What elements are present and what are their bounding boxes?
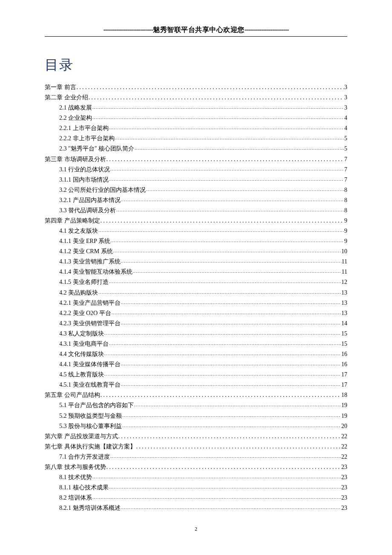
toc-entry-page: 18 — [341, 390, 347, 400]
toc-entry: 4.3 私人定制版块..............................… — [59, 329, 347, 339]
toc-entry: 4.3.1 美业电商平台............................… — [59, 339, 347, 349]
toc-entry-leader: ........................................… — [92, 113, 344, 121]
toc-entry-leader: ........................................… — [107, 462, 341, 472]
toc-entry-label: 4.1 发之友版块 — [59, 226, 98, 236]
toc-entry-label: 5.2 预期收益类型与金额 — [59, 411, 122, 421]
header-underline — [45, 36, 347, 37]
toc-entry-label: 第三章 市场调研及分析 — [45, 154, 106, 165]
toc-entry: 2.2.1 上市平台架构............................… — [59, 123, 347, 133]
toc-entry-label: 3.1 行业的总体状况 — [59, 165, 110, 175]
toc-entry-page: 7 — [344, 165, 347, 175]
toc-entry-page: 9 — [344, 236, 347, 246]
toc-entry-page: 19 — [341, 411, 347, 421]
toc-entry-label: 2.2.2 非上市平台架构 — [59, 133, 115, 144]
toc-entry-label: 4.1.5 美业名师打造 — [59, 277, 109, 287]
toc-entry-page: 17 — [341, 380, 347, 390]
toc-entry-leader: ........................................… — [118, 431, 341, 442]
toc-entry: 第五章 公司产品结构..............................… — [45, 390, 347, 400]
toc-entry-page: 15 — [341, 339, 347, 349]
toc-entry: 第六章 产品投放渠道与方式...........................… — [45, 431, 347, 442]
toc-entry-page: 17 — [341, 370, 347, 380]
toc-entry: 第四章 产品策略制定..............................… — [45, 216, 347, 226]
toc-entry-leader: ........................................… — [113, 247, 341, 255]
toc-entry-leader: ........................................… — [104, 329, 341, 337]
toc-entry-leader: ........................................… — [135, 144, 344, 152]
toc-entry-label: 4.4 文化传媒版块 — [59, 349, 104, 359]
toc-entry-page: 23 — [341, 493, 347, 503]
toc-entry-leader: ........................................… — [122, 411, 341, 419]
toc-container: 第一章 前言..................................… — [45, 82, 347, 513]
toc-entry: 4.2 美品购版块...............................… — [59, 288, 347, 298]
header-prefix-dashes: --------------------------- — [103, 26, 153, 33]
toc-entry: 第七章 具体执行实施【建议方案】........................… — [45, 442, 347, 452]
toc-entry-label: 2.1 战略发展 — [59, 103, 92, 113]
toc-entry-label: 4.1.4 美业智能互动体验系统 — [59, 267, 133, 277]
toc-entry-label: 第六章 产品投放渠道与方式 — [45, 431, 118, 442]
toc-entry-page: 11 — [342, 267, 347, 277]
toc-entry-label: 4.5.1 美业在线教育平台 — [59, 380, 121, 390]
toc-entry-page: 11 — [342, 257, 347, 267]
toc-entry-page: 3 — [344, 92, 347, 103]
toc-entry-leader: ........................................… — [101, 390, 341, 400]
toc-entry-leader: ........................................… — [77, 82, 344, 92]
toc-entry: 第八章 技术与服务优势.............................… — [45, 462, 347, 472]
toc-entry-leader: ........................................… — [89, 92, 344, 103]
header-suffix-dashes: ------------------------ — [245, 26, 289, 33]
toc-entry-label: 3.2.1 产品国内基本情况 — [59, 195, 121, 205]
toc-entry-page: 7 — [344, 154, 347, 165]
toc-entry-label: 8.2.1 魅秀培训体系概述 — [59, 503, 121, 513]
toc-entry-leader: ........................................… — [101, 216, 344, 226]
toc-entry: 第二章 企业介绍................................… — [45, 92, 347, 103]
toc-entry-label: 4.4.1 美业媒体传播平台 — [59, 359, 121, 370]
toc-entry-page: 13 — [341, 298, 347, 308]
toc-entry-leader: ........................................… — [104, 350, 341, 358]
toc-entry-leader: ........................................… — [121, 298, 341, 306]
toc-entry-leader: ........................................… — [115, 134, 344, 142]
toc-entry-page: 16 — [341, 359, 347, 370]
toc-entry: 3.1 行业的总体状况.............................… — [59, 165, 347, 175]
toc-entry-leader: ........................................… — [109, 483, 341, 491]
toc-entry-page: 23 — [341, 483, 347, 493]
toc-entry-label: 2.2 企业架构 — [59, 113, 92, 123]
toc-entry-leader: ........................................… — [109, 124, 344, 132]
toc-entry-page: 9 — [344, 226, 347, 236]
toc-entry-leader: ........................................… — [98, 226, 344, 234]
toc-entry-page: 8 — [344, 205, 347, 216]
toc-entry-page: 20 — [341, 421, 347, 431]
toc-entry: 第三章 市场调研及分析.............................… — [45, 154, 347, 165]
toc-entry-leader: ........................................… — [121, 196, 344, 204]
toc-entry-page: 22 — [341, 452, 347, 462]
toc-entry-page: 4 — [344, 123, 347, 133]
toc-entry-leader: ........................................… — [104, 370, 341, 378]
toc-entry: 4.1.4 美业智能互动体验系统........................… — [59, 267, 347, 277]
toc-entry-label: 3.2 公司所处行业的国内基本情况 — [59, 185, 146, 195]
toc-entry-leader: ........................................… — [107, 154, 344, 165]
toc-entry-page: 22 — [341, 431, 347, 442]
toc-entry-label: 4.2.3 美业供销管理平台 — [59, 318, 121, 329]
toc-entry-leader: ........................................… — [133, 267, 341, 275]
toc-entry-label: 4.1.2 美业 CRM 系统 — [59, 246, 113, 257]
toc-entry: 3.1.1 国内市场情况............................… — [59, 175, 347, 185]
toc-entry: 8.2.1 魅秀培训体系概述..........................… — [59, 503, 347, 513]
toc-entry-leader: ........................................… — [110, 452, 341, 460]
toc-entry-leader: ........................................… — [111, 237, 344, 245]
toc-entry-label: 7.1 合作方开发进度 — [59, 452, 110, 462]
toc-entry: 2.2 企业架构................................… — [59, 113, 347, 123]
toc-entry: 3.3 替代品调研及分析............................… — [59, 205, 347, 216]
toc-entry-page: 13 — [341, 288, 347, 298]
toc-entry-label: 4.3.1 美业电商平台 — [59, 339, 109, 349]
toc-entry-label: 3.3 替代品调研及分析 — [59, 205, 116, 216]
toc-entry-page: 23 — [341, 472, 347, 483]
toc-entry-page: 15 — [341, 329, 347, 339]
toc-entry-page: 23 — [341, 503, 347, 513]
toc-entry-label: 第一章 前言 — [45, 82, 76, 92]
toc-entry-label: 第二章 企业介绍 — [45, 92, 88, 103]
toc-entry-page: 4 — [344, 113, 347, 123]
toc-entry-page: 3 — [344, 103, 347, 113]
toc-entry-label: 8.1.1 核心技术成果 — [59, 483, 109, 493]
toc-entry-leader: ........................................… — [112, 309, 341, 317]
toc-entry-page: 7 — [344, 175, 347, 185]
toc-entry-page: 16 — [341, 349, 347, 359]
toc-entry-leader: ........................................… — [121, 503, 341, 512]
toc-entry: 3.2 公司所处行业的国内基本情况.......................… — [59, 185, 347, 195]
